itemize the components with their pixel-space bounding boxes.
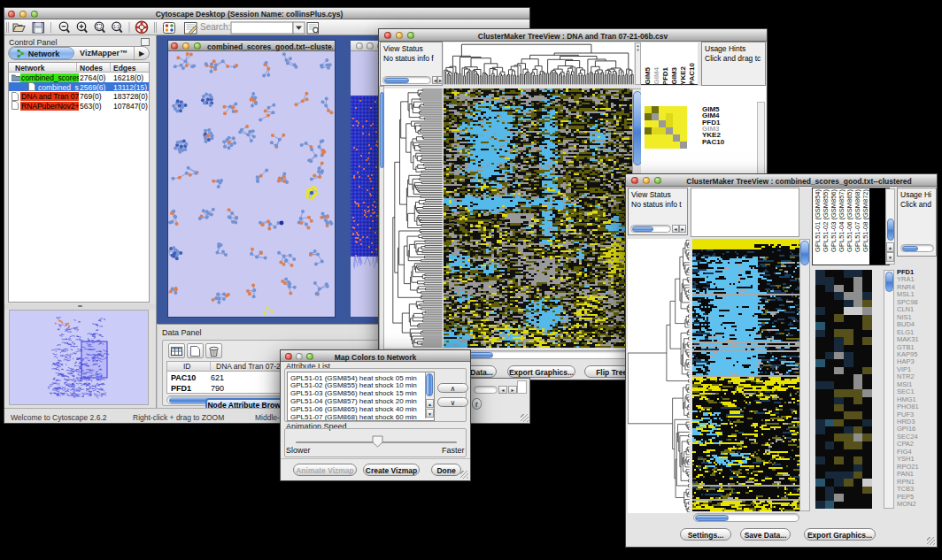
svg-text:1:1: 1:1 (113, 25, 120, 29)
svg-text:Search:: Search: (200, 22, 230, 32)
